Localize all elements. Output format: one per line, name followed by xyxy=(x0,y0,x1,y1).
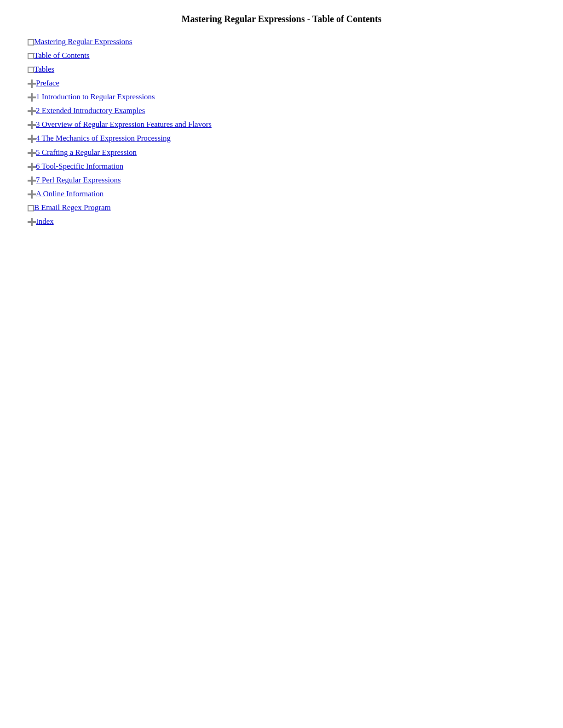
cross-icon xyxy=(28,134,36,143)
toc-item-ch2: 2 Extended Introductory Examples xyxy=(28,106,535,115)
toc-item-ch3: 3 Overview of Regular Expression Feature… xyxy=(28,120,535,129)
toc-link-appB[interactable]: B Email Regex Program xyxy=(34,203,111,212)
toc-item-appA: A Online Information xyxy=(28,189,535,199)
toc-item-preface: Preface xyxy=(28,79,535,88)
svg-rect-3 xyxy=(28,97,36,98)
toc-item-index: Index xyxy=(28,217,535,226)
toc-item-ch1: 1 Introduction to Regular Expressions xyxy=(28,92,535,102)
toc-link-preface[interactable]: Preface xyxy=(36,79,59,88)
svg-rect-7 xyxy=(28,124,36,126)
svg-rect-9 xyxy=(28,138,36,140)
svg-rect-11 xyxy=(28,152,36,154)
toc-item-mastering-regular-expressions: Mastering Regular Expressions xyxy=(28,37,535,46)
cross-icon xyxy=(28,189,36,199)
svg-rect-13 xyxy=(28,166,36,168)
toc-link-ch2[interactable]: 2 Extended Introductory Examples xyxy=(36,106,145,115)
square-icon xyxy=(28,203,34,212)
svg-rect-15 xyxy=(28,180,36,182)
svg-rect-17 xyxy=(28,193,36,195)
toc-link-ch4[interactable]: 4 The Mechanics of Expression Processing xyxy=(36,134,171,143)
toc-link-index[interactable]: Index xyxy=(36,217,54,226)
cross-icon xyxy=(28,120,36,129)
page-title: Mastering Regular Expressions - Table of… xyxy=(28,14,535,24)
toc-link-ch5[interactable]: 5 Crafting a Regular Expression xyxy=(36,148,137,157)
cross-icon xyxy=(28,162,36,171)
cross-icon xyxy=(28,217,36,226)
page-container: Mastering Regular Expressions - Table of… xyxy=(0,0,563,245)
toc-link-ch6[interactable]: 6 Tool-Specific Information xyxy=(36,162,123,171)
toc-item-appB: B Email Regex Program xyxy=(28,203,535,212)
toc-link-mastering-regular-expressions[interactable]: Mastering Regular Expressions xyxy=(34,37,132,46)
cross-icon xyxy=(28,92,36,102)
svg-rect-1 xyxy=(28,83,36,85)
svg-rect-19 xyxy=(28,221,36,223)
cross-icon xyxy=(28,176,36,185)
toc-item-ch5: 5 Crafting a Regular Expression xyxy=(28,148,535,157)
toc-item-ch7: 7 Perl Regular Expressions xyxy=(28,176,535,185)
toc-link-ch3[interactable]: 3 Overview of Regular Expression Feature… xyxy=(36,120,212,129)
toc-list: Mastering Regular Expressions Table of C… xyxy=(28,37,535,226)
square-icon xyxy=(28,65,34,74)
cross-icon xyxy=(28,148,36,157)
toc-item-tables: Tables xyxy=(28,65,535,74)
toc-link-appA[interactable]: A Online Information xyxy=(36,189,103,199)
cross-icon xyxy=(28,106,36,115)
toc-item-ch4: 4 The Mechanics of Expression Processing xyxy=(28,134,535,143)
square-icon xyxy=(28,37,34,46)
square-icon xyxy=(28,51,34,60)
toc-item-ch6: 6 Tool-Specific Information xyxy=(28,162,535,171)
toc-item-table-of-contents: Table of Contents xyxy=(28,51,535,60)
toc-link-ch7[interactable]: 7 Perl Regular Expressions xyxy=(36,176,121,185)
toc-link-table-of-contents[interactable]: Table of Contents xyxy=(34,51,90,60)
svg-rect-5 xyxy=(28,110,36,112)
toc-link-tables[interactable]: Tables xyxy=(34,65,54,74)
cross-icon xyxy=(28,79,36,88)
toc-link-ch1[interactable]: 1 Introduction to Regular Expressions xyxy=(36,92,155,102)
